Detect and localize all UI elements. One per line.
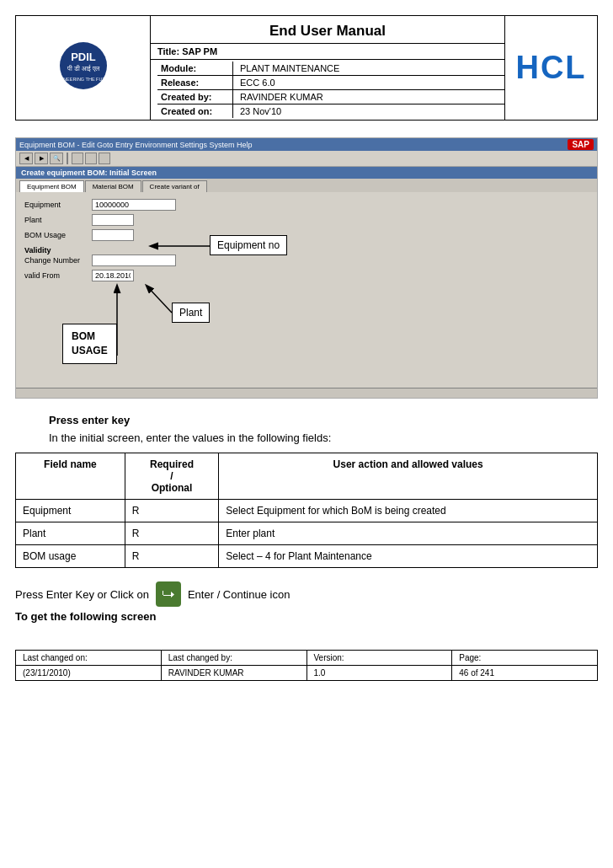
- tab-material-bom[interactable]: Material BOM: [85, 180, 141, 192]
- label-bom-usage: BOM Usage: [24, 231, 92, 239]
- sap-screen-title: Create equipment BOM: Initial Screen: [16, 167, 597, 179]
- instruction-text: In the initial screen, enter the values …: [49, 431, 598, 444]
- required-equipment: R: [125, 500, 218, 522]
- field-name-equipment: Equipment: [16, 500, 125, 522]
- callout-plant: Plant: [172, 303, 210, 323]
- col-header-required: Required/Optional: [125, 453, 218, 500]
- footer-label-page: Page:: [452, 651, 597, 665]
- validity-label: Validity: [24, 246, 589, 255]
- footer-label-version: Version:: [307, 651, 453, 665]
- input-plant[interactable]: [92, 214, 134, 226]
- field-valid-from: valid From: [24, 270, 589, 281]
- sap-title-text: Equipment BOM - Edit Goto Entry Environm…: [19, 141, 253, 149]
- toolbar-btn-5[interactable]: [85, 153, 97, 164]
- meta-module: Module: PLANT MAINTENANCE: [157, 62, 504, 76]
- input-bom-usage[interactable]: [92, 229, 134, 241]
- required-bom: R: [125, 545, 218, 568]
- footer-bottom: (23/11/2010) RAVINDER KUMAR 1.0 46 of 24…: [16, 666, 597, 680]
- sap-tabs: Equipment BOM Material BOM Create varian…: [16, 179, 597, 192]
- bottom-action-suffix: Enter / Continue icon: [188, 588, 290, 601]
- field-change-number: Change Number: [24, 255, 589, 266]
- meta-release-label: Release:: [157, 76, 233, 89]
- meta-createdon: Created on: 23 Nov'10: [157, 104, 504, 118]
- field-equipment: Equipment: [24, 199, 589, 211]
- callout-equipment-text: Equipment no: [217, 239, 280, 251]
- meta-createdby-label: Created by:: [157, 90, 233, 104]
- input-change-number[interactable]: [92, 255, 176, 266]
- svg-rect-7: [159, 585, 178, 603]
- page-footer: Last changed on: Last changed by: Versio…: [15, 650, 598, 681]
- sap-status-bar: [16, 388, 597, 398]
- main-content: Equipment BOM - Edit Goto Entry Environm…: [15, 121, 598, 635]
- press-enter-text: Press enter key: [49, 414, 598, 426]
- required-plant: R: [125, 522, 218, 545]
- table-row: Plant R Enter plant: [16, 522, 598, 545]
- footer-top: Last changed on: Last changed by: Versio…: [16, 651, 597, 666]
- sap-titlebar: Equipment BOM - Edit Goto Entry Environm…: [16, 138, 597, 151]
- header-center: End User Manual Title: SAP PM Module: PL…: [151, 16, 504, 120]
- input-valid-from[interactable]: [92, 270, 134, 281]
- meta-createdon-label: Created on:: [157, 104, 233, 118]
- svg-text:PDIL: PDIL: [71, 51, 96, 63]
- toolbar-btn-2[interactable]: ▶: [35, 153, 48, 164]
- company-logo: PDIL पी डी आई एल ENGINEERING THE FUTURE: [16, 16, 151, 120]
- svg-text:ENGINEERING THE FUTURE: ENGINEERING THE FUTURE: [54, 77, 113, 82]
- toolbar-btn-3[interactable]: 🔍: [50, 153, 63, 164]
- toolbar-divider: [67, 153, 68, 164]
- sap-form-area: Equipment Plant BOM Usage Validity Chang…: [16, 192, 597, 292]
- action-equipment: Select Equipment for which BoM is being …: [219, 500, 598, 522]
- bottom-action-row: Press Enter Key or Click on Enter / Cont…: [15, 581, 598, 607]
- action-bom: Select – 4 for Plant Maintenance: [219, 545, 598, 568]
- tab-equipment-bom[interactable]: Equipment BOM: [19, 180, 84, 192]
- col-header-field: Field name: [16, 453, 125, 500]
- table-row: Equipment R Select Equipment for which B…: [16, 500, 598, 522]
- bottom-label: To get the following screen: [15, 610, 598, 623]
- sap-screenshot: Equipment BOM - Edit Goto Entry Environm…: [15, 137, 598, 399]
- hcl-logo: HCL: [504, 16, 597, 120]
- toolbar-btn-4[interactable]: [72, 153, 83, 164]
- callout-plant-text: Plant: [179, 307, 202, 319]
- col-header-action: User action and allowed values: [219, 453, 598, 500]
- enter-continue-icon[interactable]: [156, 581, 181, 607]
- toolbar-btn-6[interactable]: [99, 153, 110, 164]
- document-subtitle: Title: SAP PM: [151, 44, 504, 60]
- toolbar-btn-1[interactable]: ◀: [19, 153, 33, 164]
- meta-createdon-value: 23 Nov'10: [233, 104, 504, 118]
- header-meta: Module: PLANT MAINTENANCE Release: ECC 6…: [151, 60, 504, 120]
- label-valid-from: valid From: [24, 271, 92, 280]
- bom-usage-callout: BOMUSAGE: [62, 324, 117, 364]
- tab-create-variant[interactable]: Create variant of: [142, 180, 207, 192]
- field-plant: Plant: [24, 214, 589, 226]
- callout-equipment-no: Equipment no: [210, 235, 287, 255]
- table-row: BOM usage R Select – 4 for Plant Mainten…: [16, 545, 598, 568]
- fields-table: Field name Required/Optional User action…: [15, 453, 598, 568]
- field-name-bom: BOM usage: [16, 545, 125, 568]
- footer-label-changed-on: Last changed on:: [16, 651, 162, 665]
- field-bom-usage: BOM Usage: [24, 229, 589, 241]
- document-title: End User Manual: [151, 16, 504, 44]
- meta-createdby: Created by: RAVINDER KUMAR: [157, 90, 504, 104]
- sap-logo: SAP: [568, 139, 594, 150]
- label-equipment: Equipment: [24, 201, 92, 209]
- label-change-number: Change Number: [24, 256, 92, 265]
- meta-module-label: Module:: [157, 62, 233, 75]
- hcl-text: HCL: [515, 50, 586, 86]
- meta-createdby-value: RAVINDER KUMAR: [233, 90, 504, 104]
- input-equipment[interactable]: [92, 199, 176, 211]
- svg-text:पी डी आई एल: पी डी आई एल: [66, 64, 100, 72]
- footer-changed-on: (23/11/2010): [16, 666, 162, 680]
- footer-changed-by: RAVINDER KUMAR: [162, 666, 307, 680]
- page-header: PDIL पी डी आई एल ENGINEERING THE FUTURE …: [15, 15, 598, 121]
- footer-version: 1.0: [307, 666, 453, 680]
- footer-page: 46 of 241: [452, 666, 597, 680]
- meta-module-value: PLANT MAINTENANCE: [233, 62, 504, 75]
- meta-release: Release: ECC 6.0: [157, 76, 504, 90]
- bom-usage-text: BOMUSAGE: [72, 330, 108, 356]
- field-name-plant: Plant: [16, 522, 125, 545]
- sap-toolbar: ◀ ▶ 🔍: [16, 151, 597, 167]
- bottom-action-prefix: Press Enter Key or Click on: [15, 588, 149, 601]
- action-plant: Enter plant: [219, 522, 598, 545]
- footer-label-changed-by: Last changed by:: [162, 651, 307, 665]
- meta-release-value: ECC 6.0: [233, 76, 504, 89]
- label-plant: Plant: [24, 216, 92, 224]
